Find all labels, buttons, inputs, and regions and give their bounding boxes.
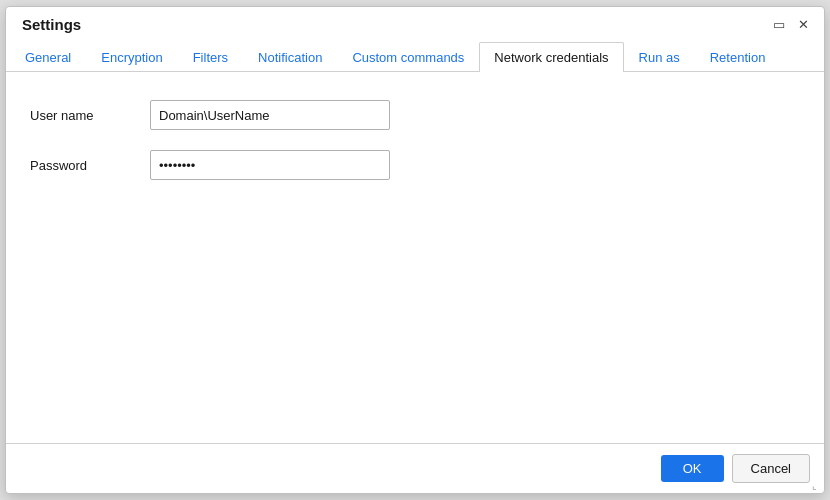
- tab-filters[interactable]: Filters: [178, 42, 243, 72]
- minimize-icon: ▭: [773, 17, 785, 32]
- settings-dialog: Settings ▭ ✕ General Encryption Filters …: [5, 6, 825, 494]
- title-controls: ▭ ✕: [770, 15, 812, 33]
- password-label: Password: [30, 158, 150, 173]
- password-input[interactable]: [150, 150, 390, 180]
- tab-retention[interactable]: Retention: [695, 42, 781, 72]
- dialog-title: Settings: [22, 16, 81, 33]
- username-row: User name: [30, 100, 800, 130]
- cancel-button[interactable]: Cancel: [732, 454, 810, 483]
- tab-custom-commands[interactable]: Custom commands: [337, 42, 479, 72]
- tab-notification[interactable]: Notification: [243, 42, 337, 72]
- password-row: Password: [30, 150, 800, 180]
- tab-run-as[interactable]: Run as: [624, 42, 695, 72]
- content-area: User name Password: [6, 72, 824, 443]
- tab-general[interactable]: General: [10, 42, 86, 72]
- footer: OK Cancel: [6, 444, 824, 493]
- close-button[interactable]: ✕: [794, 15, 812, 33]
- tab-network-credentials[interactable]: Network credentials: [479, 42, 623, 72]
- tab-bar: General Encryption Filters Notification …: [6, 41, 824, 72]
- title-bar: Settings ▭ ✕: [6, 7, 824, 39]
- resize-handle[interactable]: ⌞: [812, 481, 822, 491]
- ok-button[interactable]: OK: [661, 455, 724, 482]
- username-label: User name: [30, 108, 150, 123]
- username-input[interactable]: [150, 100, 390, 130]
- tab-encryption[interactable]: Encryption: [86, 42, 177, 72]
- minimize-button[interactable]: ▭: [770, 15, 788, 33]
- close-icon: ✕: [798, 17, 809, 32]
